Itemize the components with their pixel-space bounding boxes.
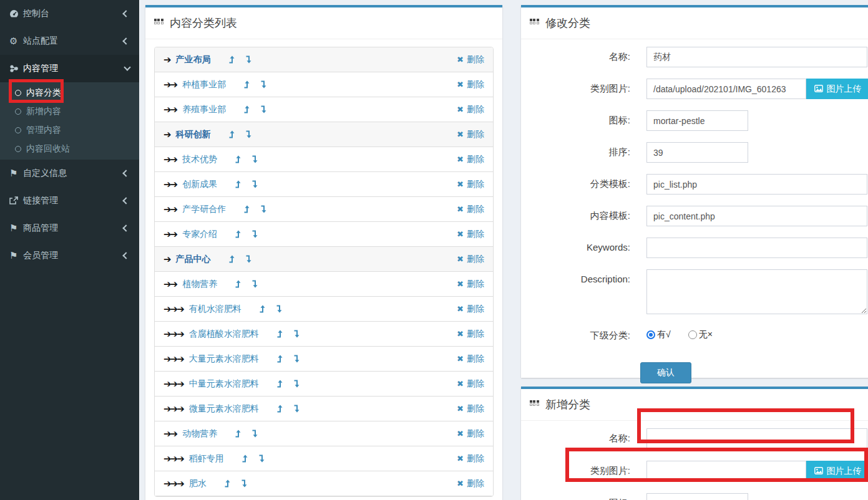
move-down-icon[interactable] [245,130,253,138]
category-name-link[interactable]: 动物营养 [182,428,217,440]
edit-description-textarea[interactable] [646,269,867,314]
category-name-link[interactable]: 产业布局 [176,54,211,65]
delete-link[interactable]: ✖删除 [457,378,484,390]
delete-link[interactable]: ✖删除 [457,353,484,365]
category-name-link[interactable]: 养殖事业部 [182,104,226,115]
add-name-input[interactable] [646,428,867,449]
move-up-icon[interactable] [243,105,251,113]
sidebar-subitem-label: 新增内容 [26,106,61,117]
move-up-icon[interactable] [224,479,232,488]
edit-icon-input[interactable] [646,110,748,131]
image-upload-button[interactable]: 图片上传 [806,79,868,99]
move-up-icon[interactable] [228,255,236,263]
delete-link[interactable]: ✖删除 [457,428,484,440]
edit-name-input[interactable] [646,47,867,67]
category-name-link[interactable]: 稻虾专用 [189,453,224,464]
move-up-icon[interactable] [235,430,242,438]
move-down-icon[interactable] [241,479,248,488]
move-down-icon[interactable] [251,155,259,163]
edit-content-template-input[interactable] [646,206,867,226]
move-up-icon[interactable] [235,155,242,163]
delete-link[interactable]: ✖删除 [457,229,484,240]
edit-keywords-input[interactable] [646,238,867,258]
delete-link[interactable]: ✖删除 [457,154,484,165]
confirm-button[interactable]: 确认 [640,362,691,383]
move-down-icon[interactable] [258,454,266,463]
move-up-icon[interactable] [241,454,249,463]
delete-link[interactable]: ✖删除 [457,129,484,140]
sidebar-subitem[interactable]: 管理内容 [0,121,139,140]
sidebar-item-4[interactable]: ⚑自定义信息 [0,160,139,187]
move-up-icon[interactable] [243,80,251,89]
radio-option[interactable]: 有√ [646,329,671,340]
move-down-icon[interactable] [293,330,301,338]
sidebar-item-5[interactable]: 链接管理 [0,187,139,214]
move-up-icon[interactable] [243,205,251,213]
image-upload-button[interactable]: 图片上传 [806,461,868,481]
move-down-icon[interactable] [293,405,301,413]
move-up-icon[interactable] [235,280,242,288]
sidebar-item-6[interactable]: ⚑商品管理 [0,214,139,242]
delete-link[interactable]: ✖删除 [457,279,484,290]
sidebar-subitem[interactable]: 内容分类 [0,84,139,102]
sidebar-subitem[interactable]: 内容回收站 [0,140,139,158]
edit-sort-input[interactable] [646,142,748,163]
sidebar-subitem[interactable]: 新增内容 [0,102,139,121]
delete-link[interactable]: ✖删除 [457,329,484,340]
move-down-icon[interactable] [293,355,301,363]
move-up-icon[interactable] [276,380,284,388]
sidebar-item-3[interactable]: 内容管理 [0,55,139,82]
category-name-link[interactable]: 专家介绍 [182,229,217,240]
move-down-icon[interactable] [276,305,283,313]
delete-link[interactable]: ✖删除 [457,478,484,489]
category-name-link[interactable]: 产学研合作 [182,204,226,215]
delete-link[interactable]: ✖删除 [457,204,484,215]
move-up-icon[interactable] [228,55,236,64]
category-name-link[interactable]: 科研创新 [176,129,211,140]
edit-list-template-input[interactable] [646,174,867,195]
move-up-icon[interactable] [235,230,242,238]
move-up-icon[interactable] [235,180,242,188]
category-name-link[interactable]: 中量元素水溶肥料 [189,378,259,390]
category-name-link[interactable]: 产品中心 [176,254,211,265]
sidebar-item-7[interactable]: ⚑会员管理 [0,242,139,269]
category-name-link[interactable]: 创新成果 [182,179,217,190]
move-down-icon[interactable] [260,205,268,213]
delete-link[interactable]: ✖删除 [457,179,484,190]
delete-link[interactable]: ✖删除 [457,304,484,315]
move-down-icon[interactable] [251,230,259,238]
add-category-image-input[interactable] [646,461,806,481]
move-down-icon[interactable] [251,280,259,288]
delete-link[interactable]: ✖删除 [457,403,484,415]
delete-link[interactable]: ✖删除 [457,79,484,90]
sidebar-item-1[interactable]: 控制台 [0,0,139,27]
radio-option[interactable]: 无× [688,329,713,340]
edit-category-image-input[interactable] [646,79,806,99]
move-down-icon[interactable] [293,380,301,388]
category-name-link[interactable]: 微量元素水溶肥料 [189,403,259,415]
move-up-icon[interactable] [276,330,284,338]
move-down-icon[interactable] [260,105,268,113]
sidebar-item-2[interactable]: ⚙站点配置 [0,27,139,55]
category-name-link[interactable]: 有机水溶肥料 [189,304,241,315]
category-name-link[interactable]: 含腐植酸水溶肥料 [189,329,259,340]
category-name-link[interactable]: 种植事业部 [182,79,226,90]
category-name-link[interactable]: 植物营养 [182,279,217,290]
move-down-icon[interactable] [245,255,253,263]
delete-link[interactable]: ✖删除 [457,254,484,265]
move-down-icon[interactable] [260,80,268,89]
category-name-link[interactable]: 肥水 [189,478,207,489]
category-name-link[interactable]: 技术优势 [182,154,217,165]
delete-link[interactable]: ✖删除 [457,54,484,65]
move-down-icon[interactable] [245,55,253,64]
delete-link[interactable]: ✖删除 [457,453,484,464]
move-up-icon[interactable] [276,355,284,363]
delete-link[interactable]: ✖删除 [457,104,484,115]
move-down-icon[interactable] [251,180,259,188]
add-icon-input[interactable] [646,493,748,500]
move-up-icon[interactable] [228,130,236,138]
move-down-icon[interactable] [251,430,259,438]
move-up-icon[interactable] [276,405,284,413]
move-up-icon[interactable] [259,305,266,313]
category-name-link[interactable]: 大量元素水溶肥料 [189,353,259,365]
